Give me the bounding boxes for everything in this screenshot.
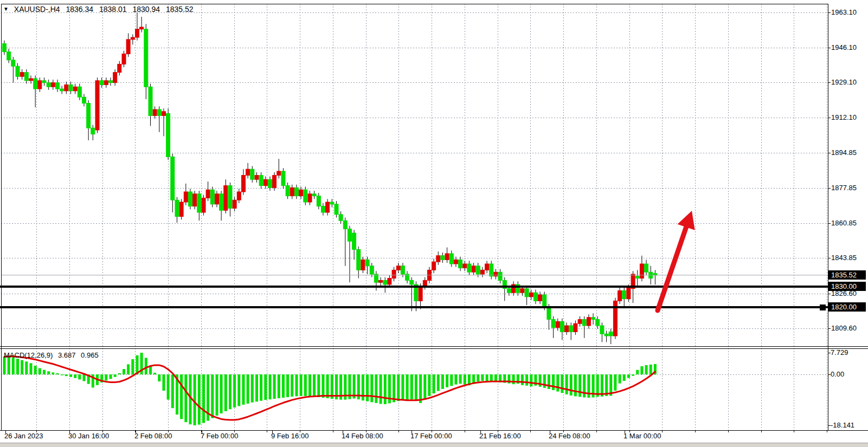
price-axis-label: 1912.10 (831, 113, 857, 122)
macd-name: MACD(12,26,9) (4, 351, 53, 359)
price-axis-label: 1894.85 (831, 148, 857, 157)
time-axis-label: 21 Feb 16:00 (479, 432, 521, 440)
chart-canvas[interactable] (0, 0, 868, 447)
price-axis-label: 1946.10 (831, 43, 857, 52)
time-axis-label: 1 Mar 00:00 (623, 432, 661, 440)
ohlc-close: 1835.52 (166, 5, 194, 14)
macd-axis-label: 0.00 (831, 370, 844, 379)
time-axis-label: 2 Feb 08:00 (134, 432, 172, 440)
ohlc-high: 1838.01 (99, 5, 127, 14)
price-axis-label: 1963.10 (831, 8, 857, 17)
time-axis-label: 7 Feb 00:00 (201, 432, 238, 440)
price-axis-label: 1929.10 (831, 78, 857, 87)
hline-price-badge: 1820.00 (828, 302, 866, 312)
time-axis-label: 30 Jan 16:00 (68, 432, 109, 440)
price-axis-label: 1860.85 (831, 219, 857, 228)
time-axis-label: 9 Feb 16:00 (271, 432, 308, 440)
trading-chart-window: ▼ XAUUSD-,H4 1836.34 1838.01 1830.94 183… (0, 0, 868, 447)
current-price-badge: 1835.52 (828, 270, 866, 280)
macd-axis-label: -18.141 (831, 421, 854, 430)
price-axis-label: 1877.85 (831, 184, 857, 192)
macd-main-value: 3.687 (58, 351, 76, 359)
ohlc-low: 1830.94 (132, 5, 160, 14)
macd-signal-value: 0.965 (81, 351, 99, 359)
window-bottom-edge (0, 443, 868, 447)
macd-axis-label: 7.729 (831, 348, 848, 357)
macd-indicator-label: MACD(12,26,9) 3.687 0.965 (4, 351, 102, 359)
ohlc-open: 1836.34 (66, 5, 93, 14)
price-axis-label: 1809.60 (831, 324, 857, 333)
symbol-and-timeframe: XAUUSD-,H4 (14, 5, 60, 14)
time-axis-label: 17 Feb 00:00 (410, 432, 452, 440)
time-axis-label: 26 Jan 2023 (4, 432, 43, 440)
time-axis-label: 24 Feb 08:00 (549, 432, 590, 440)
time-axis-label: 14 Feb 08:00 (342, 432, 383, 440)
hline-price-badge: 1830.00 (828, 282, 866, 291)
line-drag-handle[interactable] (820, 305, 826, 310)
price-axis-label: 1843.85 (831, 254, 857, 262)
symbol-info-bar: ▼ XAUUSD-,H4 1836.34 1838.01 1830.94 183… (3, 5, 197, 14)
symbol-dropdown-icon[interactable]: ▼ (3, 6, 9, 12)
